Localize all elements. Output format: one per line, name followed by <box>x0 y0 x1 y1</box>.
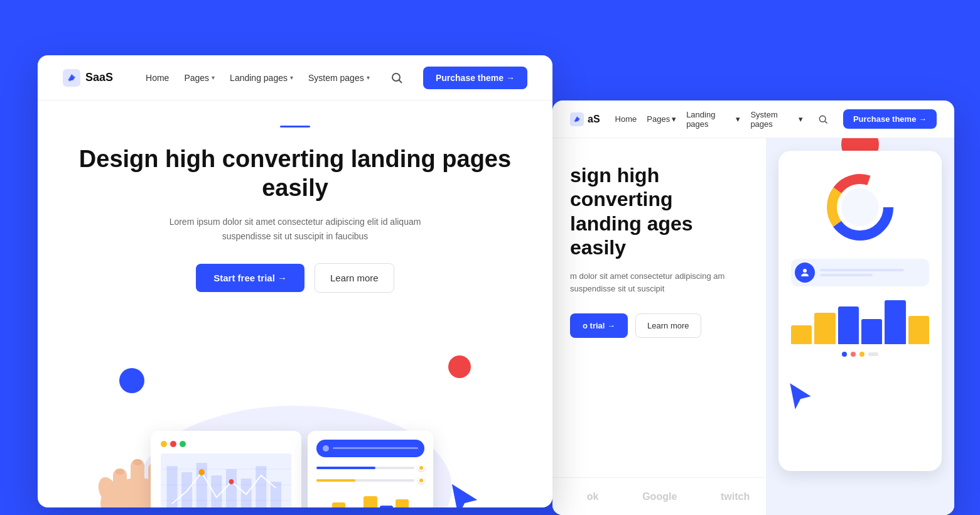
bar-5 <box>380 506 393 507</box>
nav-pages[interactable]: Pages ▾ <box>184 73 215 83</box>
back-bar-1 <box>791 325 812 344</box>
svg-rect-6 <box>131 459 144 507</box>
line-chart <box>161 453 291 507</box>
accent-line <box>280 126 310 127</box>
notif-line-2 <box>820 274 873 276</box>
notif-line-1 <box>820 269 904 271</box>
front-logo[interactable]: SaaS <box>63 69 113 87</box>
search-line <box>333 447 418 449</box>
nav-home[interactable]: Home <box>146 73 169 83</box>
bar-6 <box>396 499 409 507</box>
hero-buttons: Start free trial → Learn more <box>63 263 527 293</box>
back-logo-icon <box>570 112 584 126</box>
back-bar-3 <box>838 306 859 344</box>
slider-track-1 <box>316 467 414 469</box>
dot-yellow <box>161 441 167 447</box>
slider-knob-2 <box>418 477 424 484</box>
back-search-icon[interactable] <box>818 114 828 124</box>
front-navbar: SaaS Home Pages ▾ Landing pages ▾ System… <box>38 55 552 100</box>
back-purchase-button[interactable]: Purchase theme → <box>843 109 937 129</box>
back-hero-subtitle: m dolor sit amet consectetur adipiscing … <box>570 270 748 296</box>
dots-row <box>791 352 929 357</box>
back-nav-home[interactable]: Home <box>615 114 637 124</box>
learn-more-button[interactable]: Learn more <box>315 263 394 293</box>
user-bubble <box>791 259 929 286</box>
dot-2 <box>851 352 856 357</box>
cursor-arrow <box>446 481 483 507</box>
hero-title: Design high converting landing pages eas… <box>63 145 527 202</box>
dot-red <box>170 441 176 447</box>
logo-icon <box>63 69 80 87</box>
back-hero: sign high converting landing ages easily… <box>552 138 954 515</box>
system-chevron: ▾ <box>367 74 370 81</box>
back-card: aS Home Pages ▾ Landing pages ▾ System p… <box>552 100 954 515</box>
svg-point-10 <box>116 469 124 475</box>
back-bar-4 <box>861 319 882 344</box>
back-logo-text: aS <box>588 114 600 125</box>
svg-rect-22 <box>241 479 252 507</box>
back-nav-pages[interactable]: Pages ▾ <box>647 114 676 124</box>
svg-point-32 <box>819 116 826 122</box>
purchase-button[interactable]: Purchase theme → <box>423 67 527 89</box>
analytics-card-2 <box>308 431 433 507</box>
front-logo-text: SaaS <box>85 71 113 84</box>
hero-illustration <box>38 318 552 507</box>
back-bar-5 <box>885 300 905 344</box>
dot-1 <box>842 352 847 357</box>
float-ball-blue <box>119 368 144 393</box>
hero-subtitle: Lorem ipsum dolor sit amet consectetur a… <box>163 215 427 243</box>
float-ball-red <box>448 355 471 378</box>
back-hero-title: sign high converting landing ages easily <box>570 163 748 260</box>
notif-lines-container <box>820 269 925 276</box>
back-hero-buttons: o trial → Learn more <box>570 313 748 338</box>
back-hero-illustration <box>766 138 954 515</box>
back-bar-chart <box>791 294 929 344</box>
slider-fill-1 <box>316 467 375 469</box>
slider-row-2 <box>316 477 424 484</box>
search-bar-mock <box>316 440 424 457</box>
svg-point-37 <box>841 188 879 226</box>
back-logo[interactable]: aS <box>570 112 600 126</box>
nav-landing[interactable]: Landing pages ▾ <box>230 73 293 83</box>
svg-point-26 <box>229 479 234 484</box>
front-hero: Design high converting landing pages eas… <box>38 100 552 293</box>
back-nav-landing[interactable]: Landing pages ▾ <box>686 110 740 129</box>
back-bar-6 <box>908 316 929 344</box>
landing-chevron: ▾ <box>290 74 293 81</box>
svg-point-11 <box>133 459 142 465</box>
svg-point-1 <box>392 73 400 81</box>
slider-knob-1 <box>418 465 424 471</box>
slider-fill-2 <box>316 479 355 482</box>
svg-line-33 <box>825 121 827 123</box>
slider-row-1 <box>316 465 424 471</box>
back-arrow-cursor <box>785 381 816 415</box>
front-nav-links: Home Pages ▾ Landing pages ▾ System page… <box>146 73 370 83</box>
back-trial-button[interactable]: o trial → <box>570 313 628 338</box>
svg-point-38 <box>803 269 807 273</box>
svg-line-2 <box>399 80 402 83</box>
phone-mockup <box>778 151 942 471</box>
search-circle <box>323 445 329 452</box>
search-icon[interactable] <box>390 72 403 84</box>
back-bar-2 <box>814 313 835 344</box>
card-traffic-lights <box>161 441 291 447</box>
back-navbar: aS Home Pages ▾ Landing pages ▾ System p… <box>552 100 954 138</box>
pages-chevron: ▾ <box>212 74 215 81</box>
user-avatar <box>795 263 815 283</box>
back-learn-button[interactable]: Learn more <box>635 313 701 338</box>
brand-ok: ok <box>587 491 599 502</box>
start-trial-button[interactable]: Start free trial → <box>196 264 304 292</box>
brand-twitch: twitch <box>721 491 750 502</box>
dot-4 <box>868 352 878 356</box>
svg-rect-23 <box>256 466 266 507</box>
slider-track-2 <box>316 479 414 482</box>
dot-3 <box>859 352 864 357</box>
back-nav-system[interactable]: System pages ▾ <box>750 110 803 129</box>
outer-background: SaaS Home Pages ▾ Landing pages ▾ System… <box>0 0 980 515</box>
nav-system[interactable]: System pages ▾ <box>308 73 370 83</box>
svg-point-25 <box>199 469 205 475</box>
svg-rect-18 <box>181 472 192 507</box>
back-nav-links: Home Pages ▾ Landing pages ▾ System page… <box>615 110 803 129</box>
back-hero-left: sign high converting landing ages easily… <box>552 138 766 515</box>
bar-2 <box>332 502 345 507</box>
